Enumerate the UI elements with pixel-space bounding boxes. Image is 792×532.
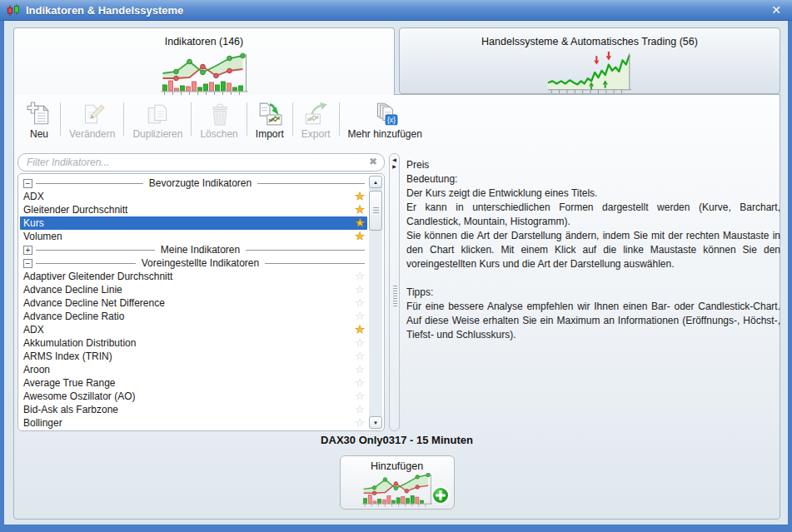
- window-title: Indikatoren & Handelssysteme: [26, 4, 183, 17]
- favorite-star-icon[interactable]: ☆: [355, 404, 365, 415]
- filter-field-wrap: ✖: [17, 153, 385, 172]
- indicator-label: ADX: [23, 191, 355, 202]
- tab-label: Indikatoren (146): [14, 36, 394, 47]
- favorite-star-icon[interactable]: ★: [355, 231, 365, 242]
- indicator-label: Advance Decline Net Difference: [23, 297, 355, 309]
- list-item[interactable]: Average True Range☆: [20, 376, 367, 390]
- tab-handelssysteme[interactable]: Handelssysteme & Automatisches Trading (…: [399, 27, 780, 94]
- duplicate-documents-icon: [145, 101, 170, 127]
- edit-button[interactable]: Verändern: [62, 101, 122, 140]
- favorite-star-icon[interactable]: ☆: [355, 377, 365, 389]
- group-label: Meine Indikatoren: [161, 244, 240, 256]
- list-item[interactable]: Akkumulation Distribution☆: [20, 336, 367, 350]
- favorite-star-icon[interactable]: ☆: [355, 297, 365, 309]
- list-item[interactable]: Bid-Ask als Farbzone☆: [20, 403, 367, 416]
- scrollbar-thumb[interactable]: [369, 191, 382, 231]
- collapse-right-icon[interactable]: ▶: [390, 163, 399, 170]
- list-item[interactable]: Kurs★: [20, 216, 367, 230]
- favorite-star-icon[interactable]: ★: [355, 324, 365, 336]
- splitter-grip[interactable]: [393, 286, 397, 307]
- favorite-star-icon[interactable]: ★: [355, 191, 365, 202]
- indicator-label: Adaptiver Gleitender Durchschnitt: [23, 271, 355, 282]
- favorite-star-icon[interactable]: ☆: [355, 417, 365, 429]
- dialog-body: Handelssysteme & Automatisches Trading (…: [4, 21, 788, 525]
- indicator-label: Bid-Ask als Farbzone: [23, 404, 355, 415]
- panel-splitter[interactable]: ◀ ▶: [389, 153, 400, 431]
- toolbar: Neu Verändern: [19, 101, 430, 141]
- import-icon: [257, 101, 282, 127]
- indicator-label: Awesome Oszillator (AO): [23, 390, 355, 402]
- list-item[interactable]: Gleitender Durchschnitt★: [20, 203, 367, 216]
- favorite-star-icon[interactable]: ☆: [355, 271, 365, 282]
- description-title: Preis: [406, 158, 780, 172]
- button-label: Import: [256, 128, 284, 140]
- description-line: Sie können die Art der Darstellung änder…: [406, 229, 780, 271]
- indicator-label: Volumen: [23, 231, 355, 242]
- add-indicator-button[interactable]: Hinzufügen: [340, 455, 455, 510]
- favorite-star-icon[interactable]: ☆: [355, 311, 365, 322]
- scroll-down-icon[interactable]: ▼: [369, 416, 382, 429]
- list-scrollbar[interactable]: ▲ ▼: [369, 176, 382, 429]
- dialog-window: Indikatoren & Handelssysteme ✕ Handelssy…: [0, 0, 792, 532]
- list-item[interactable]: ARMS Index (TRIN)☆: [20, 350, 367, 363]
- list-item[interactable]: Awesome Oszillator (AO)☆: [20, 390, 367, 403]
- favorite-star-icon[interactable]: ☆: [355, 364, 365, 375]
- trading-systems-chart-icon: [546, 52, 633, 95]
- favorite-star-icon[interactable]: ☆: [355, 390, 365, 402]
- duplicate-button[interactable]: Duplizieren: [125, 101, 190, 140]
- list-item[interactable]: Advance Decline Ratio☆: [20, 310, 367, 323]
- import-button[interactable]: Import: [248, 101, 291, 140]
- toolbar-separator: [123, 102, 124, 136]
- add-button-label: Hinzufügen: [341, 460, 454, 472]
- favorite-star-icon[interactable]: ☆: [355, 337, 365, 349]
- indicator-label: Average True Range: [23, 377, 355, 389]
- favorite-star-icon[interactable]: ★: [355, 204, 365, 216]
- new-button[interactable]: Neu: [19, 101, 59, 140]
- group-toggle-icon[interactable]: −: [23, 179, 32, 188]
- indicator-label: Gleitender Durchschnitt: [23, 204, 355, 216]
- group-row[interactable]: −Voreingestellte Indikatoren: [20, 256, 367, 270]
- export-button[interactable]: Export: [294, 101, 338, 140]
- group-toggle-icon[interactable]: −: [23, 259, 32, 268]
- favorite-star-icon[interactable]: ☆: [355, 284, 365, 296]
- add-more-button[interactable]: {x} Mehr hinzufügen: [341, 101, 430, 140]
- list-item[interactable]: Volumen★: [20, 230, 367, 243]
- group-row[interactable]: −Bevorzugte Indikatoren: [20, 177, 367, 190]
- list-item[interactable]: Adaptiver Gleitender Durchschnitt☆: [20, 270, 367, 283]
- list-item[interactable]: Advance Decline Net Difference☆: [20, 296, 367, 310]
- indicator-list-rows: −Bevorzugte IndikatorenADX★Gleitender Du…: [20, 177, 367, 429]
- list-item[interactable]: Bollinger☆: [20, 416, 367, 430]
- scroll-up-icon[interactable]: ▲: [369, 176, 382, 188]
- group-row[interactable]: +Meine Indikatoren: [20, 243, 367, 256]
- toolbar-separator: [191, 102, 192, 136]
- button-label: Verändern: [69, 128, 115, 140]
- indicator-label: Bollinger: [23, 417, 355, 429]
- group-divider: [265, 263, 365, 264]
- filter-input[interactable]: [17, 153, 385, 172]
- favorite-star-icon[interactable]: ☆: [355, 351, 365, 362]
- list-item[interactable]: ADX★: [20, 190, 367, 203]
- group-divider: [36, 183, 143, 184]
- group-divider: [246, 250, 365, 251]
- collapse-left-icon[interactable]: ◀: [390, 157, 399, 163]
- group-divider: [257, 183, 365, 184]
- list-item[interactable]: Advance Decline Linie☆: [20, 283, 367, 296]
- favorite-star-icon[interactable]: ★: [355, 217, 365, 229]
- add-more-documents-icon: {x}: [371, 101, 398, 127]
- indicator-list: −Bevorzugte IndikatorenADX★Gleitender Du…: [17, 173, 385, 431]
- candlestick-app-icon: [7, 4, 21, 17]
- indicator-label: Kurs: [23, 217, 355, 229]
- tab-label: Handelssysteme & Automatisches Trading (…: [400, 36, 780, 47]
- tab-indikatoren[interactable]: Indikatoren (146): [13, 27, 395, 95]
- delete-button[interactable]: Löschen: [192, 101, 245, 140]
- toolbar-separator: [292, 102, 293, 136]
- description-line: Der Kurs zeigt die Entwicklung eines Tit…: [406, 186, 780, 201]
- close-icon[interactable]: ✕: [767, 2, 785, 18]
- list-item[interactable]: ADX★: [20, 323, 367, 336]
- indicator-label: Advance Decline Ratio: [23, 311, 355, 322]
- button-label: Löschen: [200, 128, 237, 140]
- group-toggle-icon[interactable]: +: [23, 246, 32, 255]
- title-bar[interactable]: Indikatoren & Handelssysteme ✕: [0, 0, 792, 21]
- list-item[interactable]: Aroon☆: [20, 363, 367, 376]
- clear-filter-icon[interactable]: ✖: [369, 156, 377, 167]
